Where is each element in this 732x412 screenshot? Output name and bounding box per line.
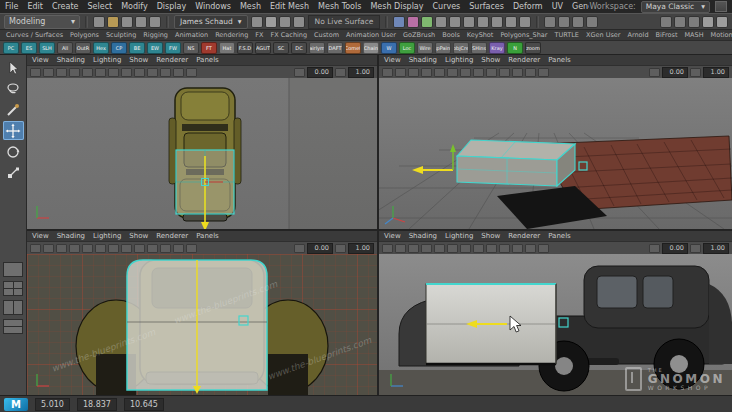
- camera-icon[interactable]: [30, 68, 41, 77]
- shelf-tab[interactable]: Polygons_Shar: [500, 31, 547, 39]
- gamma-icon[interactable]: [690, 68, 701, 77]
- shelf-icon[interactable]: N: [507, 42, 523, 54]
- res-gate-icon[interactable]: [134, 244, 145, 253]
- res-gate-icon[interactable]: [134, 68, 145, 77]
- wireframe-icon[interactable]: [512, 68, 523, 77]
- shelf-icon[interactable]: zoom: [525, 42, 541, 54]
- render-settings-icon[interactable]: [572, 16, 584, 28]
- exposure-field[interactable]: 0.00: [307, 243, 333, 254]
- panel-menu-item[interactable]: View: [384, 232, 401, 240]
- new-scene-icon[interactable]: [93, 16, 105, 28]
- camera-icon[interactable]: [382, 244, 393, 253]
- shelf-icon[interactable]: OutR: [75, 42, 91, 54]
- shelf-icon[interactable]: AGUT: [255, 42, 271, 54]
- panel-menu-item[interactable]: View: [32, 232, 49, 240]
- rotate-tool-icon[interactable]: [3, 142, 24, 161]
- shelf-icon[interactable]: Hat: [219, 42, 235, 54]
- panel-menu-item[interactable]: Panels: [548, 56, 571, 64]
- make-live-icon[interactable]: [449, 16, 461, 28]
- exposure-icon[interactable]: [649, 68, 660, 77]
- shelf-tab[interactable]: XGen User: [586, 31, 621, 39]
- select-by-object-icon[interactable]: [265, 16, 277, 28]
- hypershade-icon[interactable]: [586, 16, 598, 28]
- pan-zoom-icon[interactable]: [82, 68, 93, 77]
- textured-icon[interactable]: [186, 244, 197, 253]
- shelf-tab[interactable]: GoZBrush: [403, 31, 435, 39]
- pane-horizontal-divider[interactable]: [27, 229, 732, 231]
- exposure-field[interactable]: 0.00: [307, 67, 333, 78]
- gate-mask-icon[interactable]: [147, 68, 158, 77]
- menu-item[interactable]: Surfaces: [469, 2, 504, 11]
- shelf-icon[interactable]: CP: [111, 42, 127, 54]
- viewport-canvas-side[interactable]: [379, 254, 732, 395]
- extruded-box[interactable]: [457, 140, 575, 186]
- shaded-icon[interactable]: [173, 68, 184, 77]
- menu-item[interactable]: Edit: [27, 2, 43, 11]
- exposure-icon[interactable]: [649, 244, 660, 253]
- window-grid-icon[interactable]: [715, 1, 727, 12]
- menu-item[interactable]: Modify: [121, 2, 148, 11]
- select-by-component-icon[interactable]: [279, 16, 291, 28]
- sidebar-toggle-a-icon[interactable]: [702, 16, 714, 28]
- panel-menu-item[interactable]: Shading: [409, 232, 437, 240]
- gate-mask-icon[interactable]: [499, 68, 510, 77]
- panel-menu-item[interactable]: Shading: [409, 56, 437, 64]
- menu-item[interactable]: Mesh Tools: [318, 2, 361, 11]
- gamma-icon[interactable]: [335, 244, 346, 253]
- exposure-field[interactable]: 0.00: [662, 243, 688, 254]
- layout-four-pane-button[interactable]: [3, 281, 23, 296]
- menu-item[interactable]: Windows: [195, 2, 231, 11]
- shelf-icon[interactable]: DC: [291, 42, 307, 54]
- film-gate-icon[interactable]: [473, 68, 484, 77]
- gamma-field[interactable]: 1.00: [703, 67, 729, 78]
- grid-icon[interactable]: [108, 68, 119, 77]
- layout-three-pane-button[interactable]: [3, 319, 23, 334]
- symmetry-icon[interactable]: [519, 16, 531, 28]
- shelf-icon[interactable]: SHins: [471, 42, 487, 54]
- wireframe-icon[interactable]: [512, 244, 523, 253]
- shelf-icon[interactable]: Hex: [93, 42, 109, 54]
- sidebar-toggle-b-icon[interactable]: [716, 16, 728, 28]
- shelf-icon[interactable]: F.S.D: [237, 42, 253, 54]
- select-tool-icon[interactable]: [3, 58, 24, 77]
- shelf-tab[interactable]: Motion Graphics: [711, 31, 732, 39]
- menu-item[interactable]: UV: [552, 2, 563, 11]
- snap-to-plane-icon[interactable]: [435, 16, 447, 28]
- shelf-icon[interactable]: ES: [21, 42, 37, 54]
- grease-pencil-icon[interactable]: [447, 244, 458, 253]
- shaded-icon[interactable]: [525, 68, 536, 77]
- bookmark-icon[interactable]: [408, 68, 419, 77]
- layout-two-pane-button[interactable]: [3, 300, 23, 315]
- select-by-hierarchy-icon[interactable]: [251, 16, 263, 28]
- exposure-field[interactable]: 0.00: [662, 67, 688, 78]
- menu-item[interactable]: Deform: [513, 2, 543, 11]
- workspace-tool-icon-1[interactable]: [660, 16, 672, 28]
- shelf-icon[interactable]: FW: [165, 42, 181, 54]
- shelf-tab[interactable]: BiFrost: [656, 31, 678, 39]
- move-tool-icon[interactable]: [3, 121, 24, 140]
- image-plane-icon[interactable]: [421, 244, 432, 253]
- menu-set-selector[interactable]: Modeling ▾: [4, 15, 80, 29]
- shelf-tab[interactable]: FX Caching: [271, 31, 308, 39]
- shelf-icon[interactable]: FT: [201, 42, 217, 54]
- shelf-icon[interactable]: SC: [273, 42, 289, 54]
- snap-to-curve-icon[interactable]: [407, 16, 419, 28]
- workspace-tool-icon-3[interactable]: [688, 16, 700, 28]
- pane-vertical-divider[interactable]: [377, 55, 379, 395]
- undo-icon[interactable]: [135, 16, 147, 28]
- bookmark-icon[interactable]: [56, 244, 67, 253]
- menu-item[interactable]: File: [5, 2, 18, 11]
- scale-tool-icon[interactable]: [3, 163, 24, 182]
- film-gate-icon[interactable]: [473, 244, 484, 253]
- menu-item[interactable]: Curves: [432, 2, 460, 11]
- image-plane-icon[interactable]: [421, 68, 432, 77]
- shelf-icon[interactable]: EW: [147, 42, 163, 54]
- exposure-icon[interactable]: [294, 68, 305, 77]
- shelf-icon[interactable]: All: [57, 42, 73, 54]
- construction-history-icon[interactable]: [505, 16, 517, 28]
- panel-menu-item[interactable]: Show: [481, 232, 500, 240]
- menu-item[interactable]: Mesh Display: [370, 2, 423, 11]
- shelf-icon[interactable]: airlym: [309, 42, 325, 54]
- panel-menu-item[interactable]: Renderer: [156, 56, 188, 64]
- panel-menu-item[interactable]: Panels: [196, 232, 219, 240]
